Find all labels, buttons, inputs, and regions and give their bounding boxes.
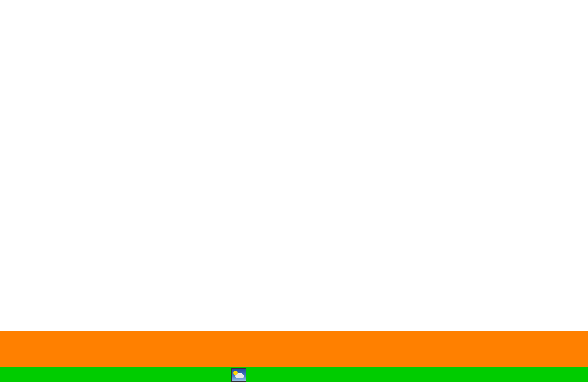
weather-condition-icon bbox=[231, 368, 246, 382]
status-bar bbox=[0, 367, 588, 382]
weather-station-app: { "header": { "title": "Sonntag, 08.02.2… bbox=[0, 0, 588, 382]
weather-chart bbox=[0, 0, 588, 330]
daily-stats-table bbox=[0, 331, 588, 367]
cloud-icon bbox=[235, 374, 244, 378]
